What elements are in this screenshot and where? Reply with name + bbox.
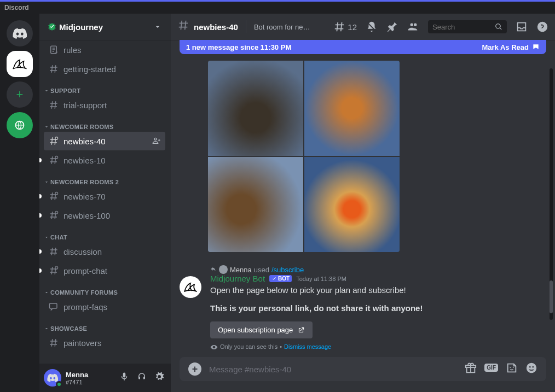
scrollbar[interactable] <box>550 280 553 313</box>
dismiss-link[interactable]: Dismiss message <box>284 343 331 351</box>
gif-button[interactable]: GIF <box>484 362 498 376</box>
category-header[interactable]: SHOWCASE <box>39 317 170 333</box>
add-server-button[interactable]: + <box>7 81 33 108</box>
threads-button[interactable]: 12 <box>333 21 357 33</box>
server-midjourney[interactable] <box>7 51 33 77</box>
message-input[interactable] <box>209 365 457 374</box>
category-header[interactable]: SUPPORT <box>39 79 170 95</box>
locked-icon <box>48 210 59 220</box>
reply-icon <box>210 266 217 273</box>
new-messages-bar[interactable]: 1 new message since 11:30 PM Mark As Rea… <box>180 40 546 54</box>
inbox-button[interactable] <box>516 21 528 33</box>
eye-icon <box>210 343 218 351</box>
image-attachment[interactable] <box>208 61 400 252</box>
channel-title: newbies-40 <box>194 22 238 32</box>
text-icon <box>48 338 59 348</box>
locked-icon <box>48 155 59 165</box>
verified-icon <box>48 23 56 31</box>
svg-point-17 <box>537 22 547 32</box>
system-message: Menna used /subscribe <box>180 265 546 274</box>
message-warning: This is your personal link, do not share… <box>210 302 546 314</box>
message-text: Open the page below to pick your plan an… <box>210 284 546 296</box>
emoji-button[interactable] <box>525 362 537 376</box>
rules-icon <box>48 45 59 55</box>
mute-button[interactable] <box>117 370 131 386</box>
category-header[interactable]: NEWCOMER ROOMS <box>39 115 170 131</box>
locked-icon <box>48 266 59 276</box>
notifications-button[interactable] <box>366 21 378 33</box>
composer: + GIF <box>171 357 555 392</box>
channel-newbies-10[interactable]: newbies-10 <box>44 151 165 169</box>
pins-button[interactable] <box>386 21 398 33</box>
server-header[interactable]: Midjourney <box>39 14 171 40</box>
sticker-button[interactable] <box>506 362 518 376</box>
channel-newbies-70[interactable]: newbies-70 <box>44 187 165 206</box>
channel-trial-support[interactable]: trial-support <box>44 96 165 114</box>
gift-button[interactable] <box>465 362 477 376</box>
external-link-icon <box>297 326 305 334</box>
titlebar: Discord <box>0 2 555 14</box>
bot-name[interactable]: Midjourney Bot <box>210 274 265 283</box>
search-box[interactable] <box>428 20 507 33</box>
svg-point-22 <box>529 366 531 368</box>
create-invite-icon[interactable] <box>152 136 161 147</box>
svg-point-18 <box>219 265 228 274</box>
attach-button[interactable]: + <box>188 362 201 376</box>
explore-button[interactable] <box>7 112 33 138</box>
status-indicator <box>56 381 62 388</box>
search-icon <box>495 22 502 31</box>
sys-avatar-icon <box>219 265 228 274</box>
bot-avatar[interactable] <box>180 276 201 298</box>
svg-point-21 <box>527 363 536 373</box>
members-button[interactable] <box>407 21 419 33</box>
help-button[interactable] <box>536 21 548 33</box>
user-tag: #7471 <box>66 379 113 385</box>
svg-point-19 <box>510 367 511 368</box>
locked-icon <box>48 136 59 146</box>
text-icon <box>48 100 59 110</box>
category-header[interactable]: CHAT <box>39 225 170 242</box>
channel-list[interactable]: rulesgetting-startedSUPPORTtrial-support… <box>39 40 171 364</box>
new-messages-text: 1 new message since 11:30 PM <box>186 43 291 51</box>
chat-header: newbies-40 Bot room for ne… 12 <box>171 14 555 40</box>
settings-button[interactable] <box>152 370 166 386</box>
user-panel: Menna #7471 <box>39 364 171 392</box>
username: Menna <box>66 371 113 379</box>
channel-newbies-40[interactable]: newbies-40 <box>44 132 165 150</box>
channel-prompt-chat[interactable]: prompt-chat <box>44 261 165 280</box>
svg-point-20 <box>513 367 514 368</box>
command-link[interactable]: /subscribe <box>271 266 304 274</box>
channel-newbies-100[interactable]: newbies-100 <box>44 206 165 225</box>
locked-icon <box>48 191 59 201</box>
svg-point-23 <box>532 366 534 368</box>
chevron-down-icon <box>153 22 162 31</box>
message-area[interactable]: 1 new message since 11:30 PM Mark As Rea… <box>171 40 555 357</box>
message-timestamp: Today at 11:38 PM <box>296 276 346 282</box>
channel-rules[interactable]: rules <box>44 40 165 59</box>
channel-prompt-faqs[interactable]: prompt-faqs <box>44 297 165 316</box>
channel-discussion[interactable]: discussion <box>44 242 165 261</box>
category-header[interactable]: NEWCOMER ROOMS 2 <box>39 170 170 186</box>
home-button[interactable] <box>7 20 33 46</box>
channel-sidebar: Midjourney rulesgetting-startedSUPPORTtr… <box>39 14 171 392</box>
deafen-button[interactable] <box>135 370 149 386</box>
channel-paintovers[interactable]: paintovers <box>44 334 165 352</box>
ephemeral-notice: Only you can see this • Dismiss message <box>210 343 546 351</box>
open-subscription-button[interactable]: Open subscription page <box>210 321 313 338</box>
server-rail: + <box>0 14 39 392</box>
text-icon <box>48 247 59 256</box>
channel-topic[interactable]: Bot room for ne… <box>254 23 310 31</box>
hash-icon <box>177 19 189 34</box>
main-content: newbies-40 Bot room for ne… 12 <box>171 14 555 392</box>
category-header[interactable]: COMMUNITY FORUMS <box>39 280 170 297</box>
text-icon <box>48 64 59 74</box>
mark-as-read-button[interactable]: Mark As Read <box>482 43 540 51</box>
user-avatar[interactable] <box>44 369 61 387</box>
search-input[interactable] <box>432 23 495 31</box>
forum-icon <box>48 302 59 312</box>
channel-getting-started[interactable]: getting-started <box>44 60 165 78</box>
bot-badge: BOT <box>269 275 292 282</box>
server-name: Midjourney <box>59 22 103 32</box>
